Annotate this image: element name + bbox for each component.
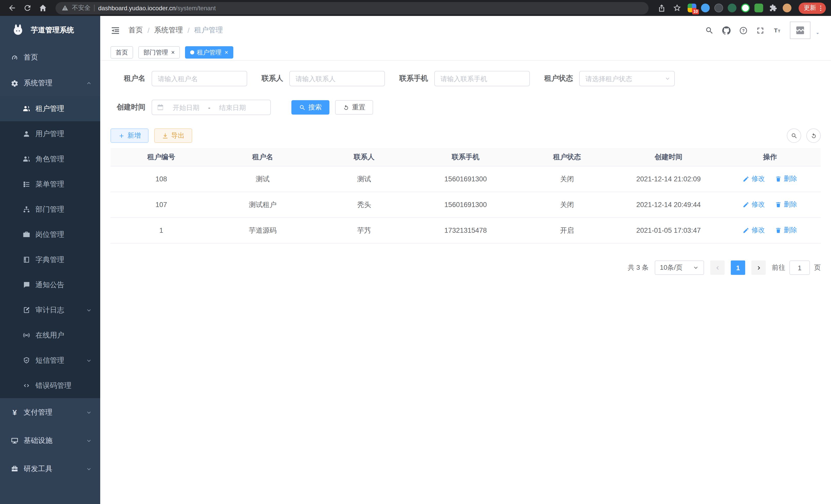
extension-green-square-icon[interactable] [754,4,763,12]
contact-input[interactable] [289,71,385,86]
sidebar-item-label: 错误码管理 [35,381,71,390]
search-button[interactable]: 搜索 [291,100,329,115]
toggle-search-button[interactable] [787,128,801,143]
sidebar-item-online-users[interactable]: 在线用户 [0,323,100,348]
tab-dept-management[interactable]: 部门管理 × [138,46,180,59]
tenant-name-input[interactable] [152,71,247,86]
sidebar-item-tenant-management[interactable]: 租户管理 [0,96,100,121]
filter-tenant-name: 租户名 [111,71,247,86]
status-select-input[interactable] [579,71,675,86]
close-icon[interactable]: × [225,49,228,56]
sidebar-item-user-management[interactable]: 用户管理 [0,121,100,146]
delete-link[interactable]: 删除 [775,200,797,209]
add-button[interactable]: 新增 [111,128,148,143]
page-size-select[interactable]: 10条/页 [655,261,704,275]
delete-link[interactable]: 删除 [775,226,797,235]
refresh-icon [810,132,817,139]
user-avatar[interactable] [790,22,810,39]
browser-profile-avatar[interactable] [783,4,792,12]
delete-link[interactable]: 删除 [775,174,797,184]
sidebar-item-sms-management[interactable]: 短信管理 [0,348,100,373]
audit-log-icon [23,306,30,314]
cell-status: 开启 [516,217,618,243]
extensions-area: 10 [688,1,792,14]
sidebar-item-audit-log[interactable]: 审计日志 [0,297,100,323]
browser-update-button[interactable]: 更新 [799,2,826,13]
tab-tenant-management[interactable]: 租户管理 × [185,46,233,59]
total-count: 共 3 条 [628,263,649,272]
font-size-button[interactable] [773,26,782,35]
browser-reload-button[interactable] [21,1,34,14]
refresh-table-button[interactable] [806,128,821,143]
extension-badge: 10 [692,9,699,14]
reset-button[interactable]: 重置 [335,100,373,115]
sidebar-item-role-management[interactable]: 角色管理 [0,146,100,172]
update-label: 更新 [804,4,816,12]
chevron-down-icon [693,265,699,271]
share-button[interactable] [655,1,668,14]
sidebar-item-payment-management[interactable]: ¥ 支付管理 [0,398,100,426]
close-icon[interactable]: × [171,49,175,56]
edit-link[interactable]: 修改 [743,200,765,209]
filter-contact: 联系人 [262,71,385,86]
phone-input[interactable] [434,71,530,86]
sidebar-item-notice[interactable]: 通知公告 [0,272,100,297]
edit-label: 修改 [752,174,765,184]
start-date-input[interactable] [166,103,206,112]
filter-status: 租户状态 [544,71,675,86]
status-select[interactable] [579,71,675,86]
sidebar-item-label: 在线用户 [35,331,64,340]
browser-menu-kebab-icon[interactable] [817,4,824,11]
header-search-button[interactable] [705,26,714,35]
tabs-bar: 首页 部门管理 × 租户管理 × [100,45,831,61]
fullscreen-button[interactable] [756,26,765,35]
tenant-name-label: 租户名 [111,74,152,83]
breadcrumb-home[interactable]: 首页 [128,26,143,35]
date-range-picker[interactable]: - [152,100,271,115]
extension-dark-icon[interactable] [714,4,723,12]
filter-row-1: 租户名 联系人 联系手机 租户状态 [111,71,821,86]
tab-home[interactable]: 首页 [111,46,133,59]
sidebar-item-dict-management[interactable]: 字典管理 [0,247,100,272]
sidebar-item-system-management[interactable]: 系统管理 [0,70,100,96]
docs-help-button[interactable] [739,26,748,35]
url-host: dashboard.yudao.iocoder.cn [98,4,176,11]
filter-phone: 联系手机 [399,71,530,86]
end-date-input[interactable] [212,103,253,112]
extension-green-ring-icon[interactable] [741,4,750,12]
sidebar-item-home[interactable]: 首页 [0,45,100,70]
extension-darkgreen-icon[interactable] [728,4,737,12]
url-bar[interactable]: 不安全 dashboard.yudao.iocoder.cn/system/te… [56,2,649,14]
cell-tenant-id: 107 [111,192,212,217]
breadcrumb-system[interactable]: 系统管理 [154,26,183,35]
github-link[interactable] [722,26,731,35]
sidebar-item-post-management[interactable]: 岗位管理 [0,222,100,247]
extensions-puzzle-button[interactable] [768,1,778,14]
next-page-button[interactable] [751,261,766,275]
tab-label: 租户管理 [197,48,222,57]
edit-link[interactable]: 修改 [743,174,765,184]
goto-page-input[interactable] [790,261,810,275]
page-number-1[interactable]: 1 [731,261,745,275]
sidebar-item-dev-tools[interactable]: 研发工具 [0,455,100,483]
sidebar-menu: 首页 系统管理 租户管理 用户管理 [0,45,100,504]
bookmark-button[interactable] [670,1,684,14]
plus-icon [118,132,125,139]
extension-blue-icon[interactable] [701,4,710,12]
browser-home-button[interactable] [36,1,49,14]
edit-link[interactable]: 修改 [743,226,765,235]
extension-grid-icon[interactable]: 10 [688,4,696,12]
prev-page-button[interactable] [710,261,725,275]
sidebar-collapse-button[interactable] [111,25,120,35]
phone-label: 联系手机 [399,74,434,83]
online-signal-icon [23,331,30,339]
sidebar-item-dept-management[interactable]: 部门管理 [0,197,100,222]
browser-back-button[interactable] [5,1,19,14]
sidebar-item-infrastructure[interactable]: 基础设施 [0,426,100,455]
sidebar-item-error-code-management[interactable]: 错误码管理 [0,373,100,398]
avatar-dropdown-caret[interactable] [814,29,821,38]
export-button[interactable]: 导出 [154,128,192,143]
sidebar-item-menu-management[interactable]: 菜单管理 [0,172,100,197]
col-tenant-name: 租户名 [212,148,314,166]
trash-icon [775,176,782,182]
